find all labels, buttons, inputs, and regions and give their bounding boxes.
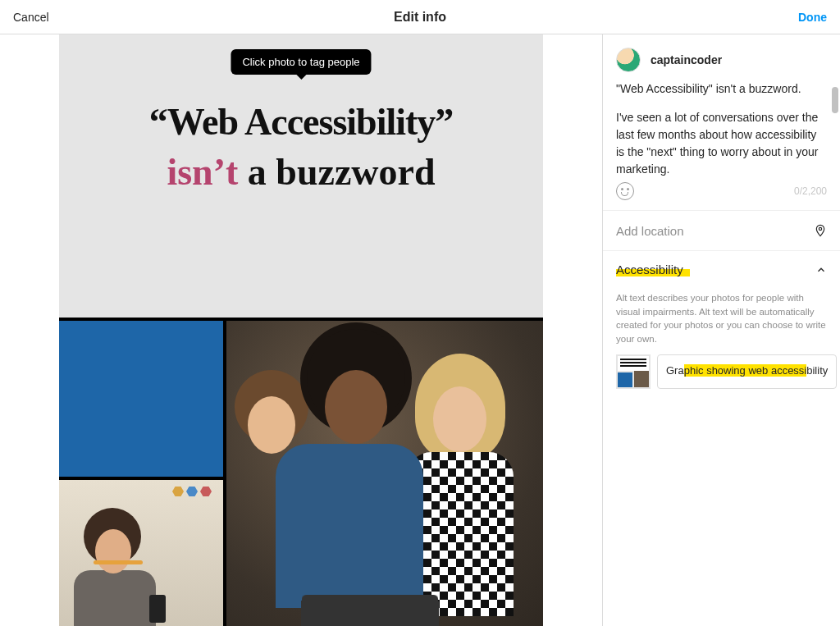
alt-text-suffix: bility <box>806 364 828 377</box>
collage-main-photo <box>226 321 543 626</box>
photo-preview[interactable]: Click photo to tag people “Web Accessibi… <box>59 34 543 626</box>
collage-small-photo <box>59 480 223 626</box>
headline-line2: isn’t a buzzword <box>84 150 518 194</box>
add-location-row[interactable]: Add location <box>603 210 840 250</box>
caption-textarea[interactable]: "Web Accessibility" isn't a buzzword. I'… <box>603 80 840 177</box>
add-location-label: Add location <box>616 224 684 238</box>
photo-collage <box>59 318 543 626</box>
alt-text-prefix: Gra <box>666 364 684 377</box>
caption-line2: I've seen a lot of conversations over th… <box>616 109 827 177</box>
graphic-headline: “Web Accessibility” isn’t a buzzword <box>84 100 518 194</box>
accessibility-description: Alt text describes your photos for peopl… <box>603 288 840 354</box>
accessibility-label: Accessibility <box>616 263 683 276</box>
scrollbar-thumb[interactable] <box>832 87 838 113</box>
avatar <box>616 48 641 72</box>
headline-line1: “Web Accessibility” <box>84 100 518 144</box>
alt-text-highlight: phic showing web accessi <box>684 364 807 377</box>
headline-accent: isn’t <box>167 151 238 193</box>
sidebar: captaincoder "Web Accessibility" isn't a… <box>602 34 840 626</box>
username: captaincoder <box>651 53 722 66</box>
caption-line1: "Web Accessibility" isn't a buzzword. <box>616 80 827 98</box>
alt-text-input[interactable]: Graphic showing web accessibility <box>657 354 837 389</box>
photo-column: Click photo to tag people “Web Accessibi… <box>0 34 602 626</box>
character-count: 0/2,200 <box>794 185 827 197</box>
done-button[interactable]: Done <box>798 11 827 24</box>
chevron-up-icon <box>815 264 827 276</box>
headline-rest: a buzzword <box>238 151 435 193</box>
collage-blue-block <box>59 321 223 477</box>
cancel-button[interactable]: Cancel <box>13 11 112 24</box>
alt-text-thumbnail <box>616 354 651 389</box>
svg-point-0 <box>819 227 821 230</box>
accessibility-row[interactable]: Accessibility <box>603 250 840 288</box>
location-pin-icon <box>814 222 827 239</box>
emoji-icon[interactable] <box>616 182 634 200</box>
tag-people-tooltip: Click photo to tag people <box>231 49 371 75</box>
page-title: Edit info <box>0 10 840 25</box>
